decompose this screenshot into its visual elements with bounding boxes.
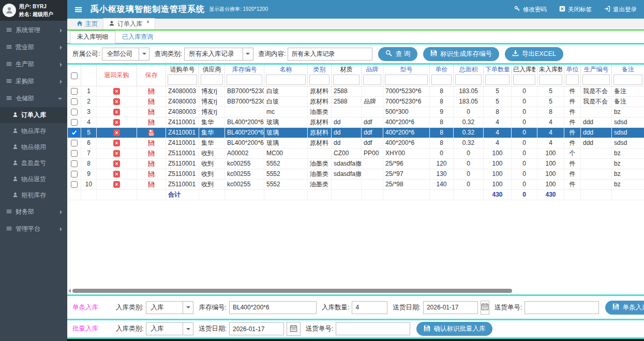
horizontal-scrollbar[interactable]	[68, 288, 640, 293]
save-row-icon[interactable]	[148, 160, 155, 167]
row-checkbox[interactable]	[71, 98, 78, 105]
sidebar-group[interactable]: 财务部	[0, 203, 67, 220]
delivery-no-input[interactable]	[525, 301, 599, 314]
column-filter-input[interactable]	[168, 75, 197, 85]
return-purchase-icon[interactable]: ×	[113, 150, 120, 157]
column-header[interactable]: 型号	[385, 66, 428, 73]
close-icon[interactable]: ×	[146, 20, 149, 25]
sidebar-group[interactable]: 营业部	[0, 39, 67, 56]
sidebar-item[interactable]: 物品库存	[0, 123, 67, 139]
column-filter-input[interactable]	[455, 75, 482, 85]
return-purchase-icon[interactable]: ×	[113, 98, 120, 105]
scrollbar-thumb[interactable]	[72, 289, 512, 293]
sidebar-item[interactable]: 物品领用	[0, 139, 67, 155]
column-filter-input[interactable]	[431, 75, 452, 85]
column-filter-input[interactable]	[385, 75, 428, 85]
row-checkbox[interactable]	[71, 181, 78, 188]
query-content-input[interactable]	[288, 48, 372, 61]
column-header[interactable]: 库存编号	[227, 66, 262, 73]
table-row[interactable]: 1×Z4080003博友rjBB7000*5230*6白玻原材料25887000…	[68, 86, 644, 97]
export-excel-button[interactable]: 导出EXCEL	[505, 47, 563, 61]
sidebar-item[interactable]: 物品退货	[0, 171, 67, 187]
table-row[interactable]: 10×Z5110001收到kc002555552油墨类25/*981400100…	[68, 180, 644, 190]
change-password-button[interactable]: 修改密码	[514, 6, 547, 13]
column-header[interactable]: 单价	[431, 66, 452, 73]
batch-entry-button[interactable]: 确认标识批量入库	[416, 322, 492, 336]
entry-type-select[interactable]: 入库	[146, 301, 193, 314]
return-purchase-icon[interactable]: ×	[113, 181, 120, 188]
column-header[interactable]: 品牌	[363, 66, 381, 73]
sidebar-group[interactable]: 采购部	[0, 73, 67, 90]
table-row[interactable]: 7×Z5110001收到A00002MC00CZ00PP00XHY0000100…	[68, 149, 644, 159]
subtab[interactable]: 未入库明细	[70, 31, 115, 43]
save-row-icon[interactable]	[148, 109, 155, 115]
column-filter-input[interactable]	[201, 75, 223, 85]
column-header[interactable]: 备注	[613, 66, 642, 73]
column-filter-input[interactable]	[513, 75, 535, 85]
return-purchase-icon[interactable]: ×	[113, 140, 120, 146]
return-purchase-icon[interactable]: ×	[113, 160, 120, 167]
stock-code-input[interactable]	[229, 301, 317, 314]
table-row[interactable]: 6×Z4110001集华BL400*200*6玻璃原材料ddddf400*200…	[68, 138, 644, 149]
column-filter-input[interactable]	[582, 75, 610, 85]
table-row[interactable]: 2×Z4080003博友rjBB7000*5230*6白玻原材料2588品牌70…	[68, 97, 644, 107]
generate-stock-code-button[interactable]: 标识生成库存编号	[423, 47, 499, 61]
table-row[interactable]: 9×Z5110001收到kc002555552油墨类sdasdfa撒地25/*9…	[68, 169, 644, 180]
return-purchase-icon[interactable]: ×	[113, 129, 120, 136]
table-row[interactable]: 3×Z4080003博友rjmc油墨类500*30090808件bz	[68, 107, 644, 117]
column-filter-input[interactable]	[485, 75, 510, 85]
row-checkbox[interactable]	[71, 171, 78, 177]
column-header[interactable]: 下单数量	[485, 66, 510, 73]
table-row[interactable]: 5×Z4110001集华BL400*200*6玻璃原材料ddddf400*200…	[68, 128, 644, 138]
row-checkbox[interactable]	[71, 129, 78, 136]
return-purchase-icon[interactable]: ×	[113, 119, 120, 126]
column-header[interactable]: 单位	[566, 66, 579, 73]
return-purchase-icon[interactable]: ×	[113, 88, 120, 95]
logout-button[interactable]: 退出登录	[604, 6, 637, 13]
return-purchase-icon[interactable]: ×	[113, 109, 120, 115]
save-row-icon[interactable]	[148, 119, 155, 126]
save-row-icon[interactable]	[148, 140, 155, 146]
sidebar-toggle-icon[interactable]	[74, 6, 82, 13]
table-row[interactable]: 8×Z5110001收到kc002555552油墨类sdasdfa撒地25/*9…	[68, 159, 644, 169]
batch-date-input[interactable]	[229, 322, 284, 335]
column-filter-input[interactable]	[227, 75, 262, 85]
tab[interactable]: 订单入库×	[103, 18, 155, 29]
column-filter-input[interactable]	[266, 75, 306, 85]
sidebar-item[interactable]: 订单入库	[0, 107, 67, 123]
column-header[interactable]: 名称	[266, 66, 306, 73]
entry-qty-input[interactable]	[352, 301, 387, 314]
sidebar-group[interactable]: 生产部	[0, 56, 67, 73]
column-filter-input[interactable]	[613, 75, 642, 85]
return-purchase-icon[interactable]: ×	[113, 171, 120, 177]
batch-type-select[interactable]: 入库	[146, 322, 193, 335]
table-row[interactable]: 4×Z4110001集华BL400*200*6玻璃原材料ddddf400*200…	[68, 117, 644, 128]
column-header[interactable]: 生产编号	[582, 66, 610, 73]
sidebar-item[interactable]: 盘盈盘亏	[0, 155, 67, 171]
column-header[interactable]: 类别	[309, 66, 330, 73]
calendar-icon[interactable]	[287, 322, 301, 336]
row-checkbox[interactable]	[71, 150, 78, 157]
subtab[interactable]: 已入库查询	[115, 31, 160, 43]
row-checkbox[interactable]	[71, 140, 78, 146]
query-type-select[interactable]: 所有未入库记录	[184, 48, 253, 61]
sidebar-item[interactable]: 期初库存	[0, 187, 67, 203]
save-row-icon[interactable]	[148, 150, 155, 157]
column-filter-input[interactable]	[566, 75, 579, 85]
save-row-icon[interactable]	[148, 171, 155, 177]
search-button[interactable]: 查 询	[378, 47, 417, 61]
save-row-icon[interactable]	[148, 88, 155, 95]
row-checkbox[interactable]	[71, 160, 78, 167]
save-row-icon[interactable]	[148, 129, 155, 136]
delivery-date-input[interactable]	[423, 301, 478, 314]
row-checkbox[interactable]	[71, 119, 78, 126]
row-checkbox[interactable]	[71, 109, 78, 115]
tab[interactable]: 主页	[71, 19, 103, 29]
select-all-checkbox[interactable]	[71, 72, 78, 79]
company-select[interactable]: 全部公司	[102, 48, 149, 61]
column-filter-input[interactable]	[309, 75, 330, 85]
column-filter-input[interactable]	[539, 75, 562, 85]
batch-delivery-no-input[interactable]	[336, 322, 410, 335]
column-filter-input[interactable]	[363, 75, 381, 85]
save-row-icon[interactable]	[148, 181, 155, 188]
